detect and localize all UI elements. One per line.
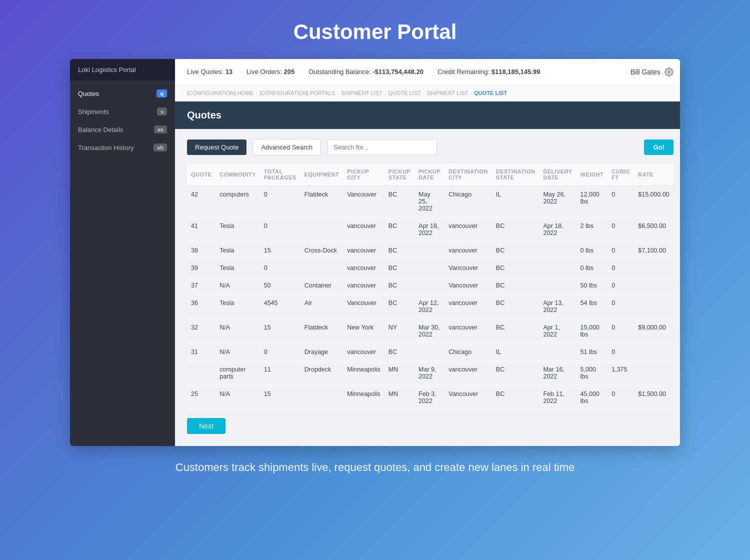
table-cell: 15,000 lbs [576,319,608,344]
table-cell: Minneapolis [343,361,384,386]
go-button[interactable]: Go! [644,140,673,155]
table-cell [634,260,674,277]
top-bar-stats: Live Quotes: 13 Live Orders: 205 Outstan… [187,68,540,76]
top-bar-user: Bill Gates [630,68,674,76]
table-cell: 37 [187,277,216,294]
sidebar-item-label: Balance Details [78,126,123,134]
table-cell: vancouver [444,294,492,319]
toolbar: Request Quote Advanced Search Go! [187,139,674,156]
table-cell [634,277,674,294]
next-button[interactable]: Next [187,418,226,434]
table-cell: 0 [608,386,634,410]
table-row[interactable]: 25N/A15MinneapolisMNFeb 3, 2022Vancouver… [187,386,674,410]
table-cell: N/A [216,344,260,361]
table-cell: NY [384,319,414,344]
request-quote-button[interactable]: Request Quote [187,140,246,155]
table-cell: 0 [608,260,634,277]
section-header: Quotes [175,102,680,129]
table-cell: $9,000.00 [634,319,674,344]
table-cell [539,344,576,361]
table-cell: BC [492,242,540,260]
table-cell: vancouver [343,277,384,294]
table-cell: 41 [187,218,216,242]
table-cell: 0 [260,186,300,218]
table-cell [300,260,343,277]
col-cubic-ft: CUBICFT [608,164,634,186]
table-cell: N/A [216,319,260,344]
table-cell [539,277,576,294]
sidebar-item-quotes[interactable]: Quotesq [70,84,175,102]
main-content: Live Quotes: 13 Live Orders: 205 Outstan… [175,59,680,446]
table-cell: Air [300,294,343,319]
table-cell: 0 [608,319,634,344]
table-cell: Feb 3, 2022 [414,386,444,410]
table-cell: vancouver [444,218,492,242]
table-cell: Apr 13, 2022 [539,294,576,319]
sidebar-item-transaction-history[interactable]: Transaction Historyah [70,138,175,156]
sidebar-item-shipments[interactable]: Shipmentss [70,102,175,120]
table-cell: 0 [608,294,634,319]
table-cell: BC [384,294,414,319]
table-body: 42computers0FlatdeckVancouverBCMay 25, 2… [187,186,674,410]
table-cell: BC [384,218,414,242]
table-cell: 0 lbs [576,260,608,277]
table-cell: 0 [608,344,634,361]
table-cell: 15 [260,319,300,344]
table-cell: May 25, 2022 [414,186,444,218]
advanced-search-button[interactable]: Advanced Search [252,139,321,156]
table-cell: BC [384,260,414,277]
table-row[interactable]: computer parts11DropdeckMinneapolisMNMar… [187,361,674,386]
col-weight: WEIGHT [576,164,608,186]
table-cell: 2 lbs [576,218,608,242]
table-cell: 15 [260,386,300,410]
table-cell [300,386,343,410]
table-row[interactable]: 39Tesla0vancouverBCVancouverBC0 lbs0 [187,260,674,277]
table-cell: vancouver [343,260,384,277]
sidebar-badge: q [156,90,167,98]
table-cell: Flatdeck [300,186,343,218]
breadcrumb: [CONFIGURATION] HOME › [CONFIGURATION] P… [175,85,680,102]
table-row[interactable]: 42computers0FlatdeckVancouverBCMay 25, 2… [187,186,674,218]
table-cell: 31 [187,344,216,361]
table-cell: $15,000.00 [634,186,674,218]
live-orders-stat: Live Orders: 205 [246,68,294,76]
table-row[interactable]: 32N/A15FlatdeckNew YorkNYMar 30, 2022van… [187,319,674,344]
gear-icon[interactable] [664,68,674,76]
quotes-table: QUOTE COMMODITY TOTALPACKAGES EQUIPMENT … [187,164,674,410]
table-cell [539,242,576,260]
table-row[interactable]: 38Tesla15Cross-DockvancouverBCvancouverB… [187,242,674,260]
table-header: QUOTE COMMODITY TOTALPACKAGES EQUIPMENT … [187,164,674,186]
table-cell: 4545 [260,294,300,319]
table-cell: 50 [260,277,300,294]
table-cell: BC [492,277,540,294]
table-cell: 5,000 lbs [576,361,608,386]
col-destination-city: DESTINATIONCITY [444,164,492,186]
top-bar: Live Quotes: 13 Live Orders: 205 Outstan… [175,59,680,85]
table-cell: Apr 12, 2022 [414,294,444,319]
table-cell: Tesla [216,294,260,319]
col-quote: QUOTE [187,164,216,186]
sidebar: Loki Logistics Portal QuotesqShipmentssB… [70,59,175,446]
table-cell: Chicago [444,186,492,218]
table-cell: Minneapolis [343,386,384,410]
table-cell: computer parts [216,361,260,386]
table-row[interactable]: 41Tesla0vancouverBCApr 18, 2022vancouver… [187,218,674,242]
table-cell: IL [492,344,540,361]
table-cell: BC [384,186,414,218]
search-input[interactable] [327,140,437,155]
sidebar-badge: ah [154,144,167,152]
table-row[interactable]: 37N/A50ContainervancouverBCVancouverBC50… [187,277,674,294]
sidebar-item-balance-details[interactable]: Balance Detailsas [70,120,175,138]
col-equipment: EQUIPMENT [300,164,343,186]
table-cell: Cross-Dock [300,242,343,260]
table-cell [539,260,576,277]
table-cell: vancouver [444,242,492,260]
table-cell: May 26, 2022 [539,186,576,218]
table-cell: 25 [187,386,216,410]
table-cell: Container [300,277,343,294]
table-row[interactable]: 31N/A0DrayagevancouverBCChicagoIL51 lbs0 [187,344,674,361]
table-cell: 0 [260,218,300,242]
table-cell [634,344,674,361]
table-cell [414,344,444,361]
table-row[interactable]: 36Tesla4545AirVancouverBCApr 12, 2022van… [187,294,674,319]
